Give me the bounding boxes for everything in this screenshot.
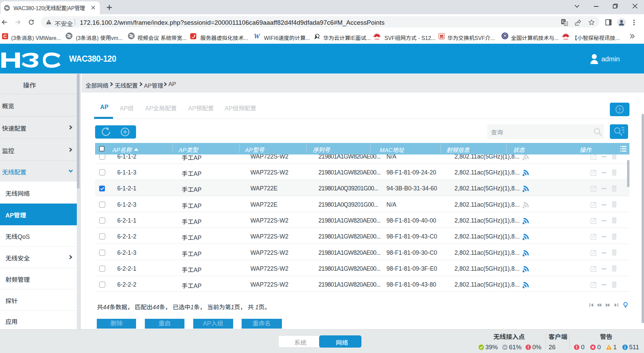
svg-text:W: W (254, 33, 260, 40)
svg-text:R: R (504, 36, 506, 37)
svg-text:?: ? (618, 106, 621, 112)
svg-text:HUAWEI: HUAWEI (375, 39, 380, 40)
svg-text:文: 文 (564, 21, 568, 25)
svg-text:HUAWEI: HUAWEI (563, 39, 569, 40)
